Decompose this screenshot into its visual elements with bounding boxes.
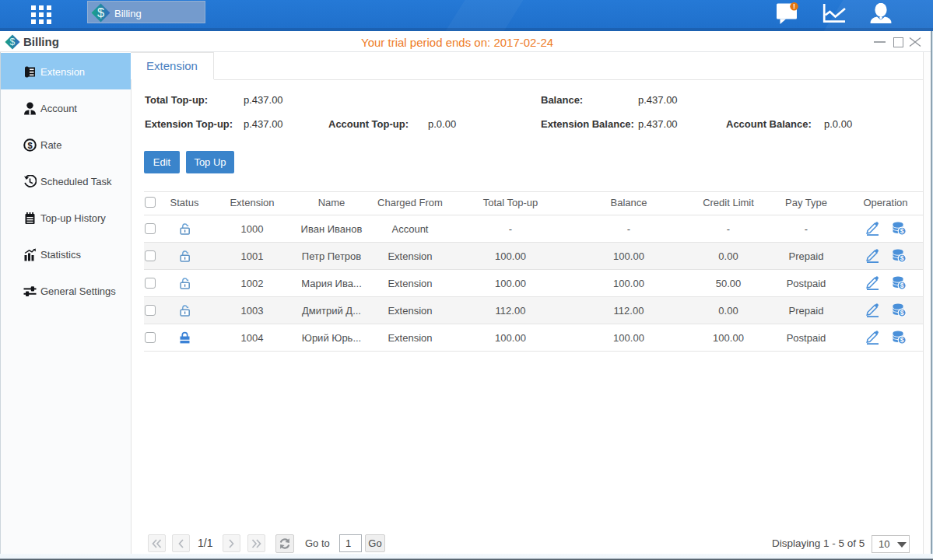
svg-text:$: $ (27, 141, 32, 150)
svg-text:!: ! (793, 2, 795, 10)
svg-text:$: $ (97, 5, 104, 19)
svg-text:$: $ (10, 37, 16, 47)
